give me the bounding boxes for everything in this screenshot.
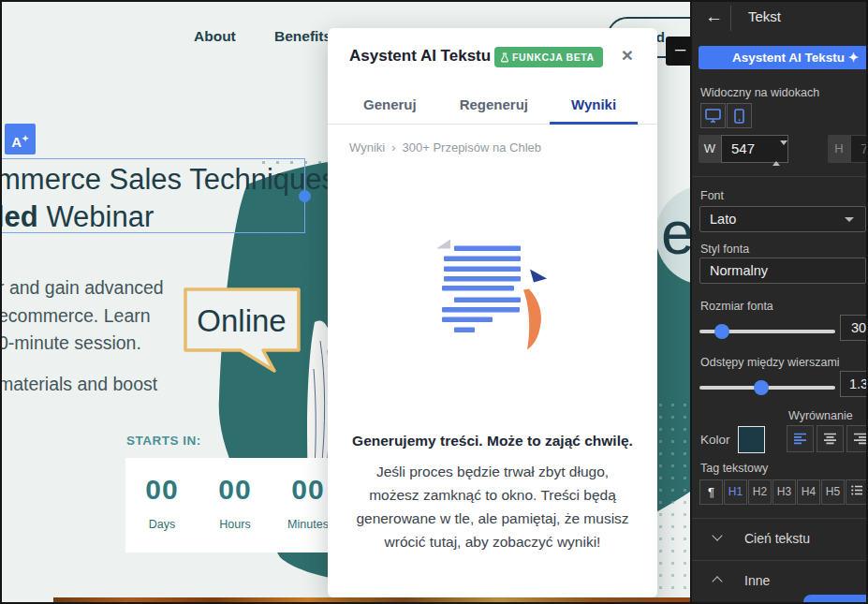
chevron-down-icon [712,530,722,540]
section-other-label: Inne [744,573,770,588]
color-label: Kolor [700,433,730,447]
ai-assistant-button-label: Asystent AI Tekstu [732,51,845,65]
width-label: W [699,135,721,163]
stepper-down-icon[interactable] [780,140,787,161]
tag-h3-button[interactable]: H3 [772,479,796,505]
tag-h4-button[interactable]: H4 [797,479,820,505]
countdown-days: 00 Days [125,474,199,552]
ai-letter-icon: A [11,134,22,150]
status-line: Jeśli proces będzie trwał zbyt długo, [328,460,657,483]
panel-title: Tekst [748,8,781,24]
back-arrow-icon[interactable]: ← [705,7,723,27]
online-speech-bubble: Online [183,287,302,376]
hero-heading-line2-bold: led [2,200,38,233]
line-spacing-slider-thumb[interactable] [754,380,769,395]
app-window: e About Benefits ad – A✦ mmerce Sales Te… [0,0,868,604]
line-spacing-label: Odstępy między wierszami [700,356,840,369]
font-style-label: Styl fonta [700,243,749,256]
font-size-slider[interactable] [699,330,835,333]
paragraph-line: 0-minute session. [2,330,164,358]
font-label: Font [700,189,724,202]
countdown-hours-value: 00 [199,474,272,506]
font-size-slider-thumb[interactable] [714,324,729,339]
list-icon [851,485,863,495]
countdown-days-value: 00 [125,474,199,506]
tag-list-button[interactable] [846,479,866,505]
beta-badge: FUNKCJA BETA [494,47,603,67]
width-input[interactable]: 547 [721,135,788,163]
visibility-label: Widoczny na widokach [700,86,819,99]
modal-title: Asystent AI Tekstu [349,47,491,66]
hero-heading-line2: led Webinar [2,199,336,236]
minimize-button[interactable]: – [666,37,690,66]
section-text-shadow-label: Cień tekstu [744,531,810,546]
width-value: 547 [731,140,755,156]
chevron-right-icon: › [391,140,395,155]
font-style-select[interactable]: Normalny [699,258,866,284]
sparkle-icon: ✦ [22,134,29,143]
header-divider [730,6,731,31]
align-left-icon [793,433,807,445]
ai-assistant-button[interactable]: Asystent AI Tekstu ✦ [699,46,866,69]
text-color-swatch[interactable] [738,426,765,453]
section-text-shadow[interactable]: Cień tekstu [692,519,866,560]
monitor-icon [705,109,721,123]
paragraph-line: materials and boost [2,371,164,399]
font-value: Lato [710,212,736,227]
hidden-button-edge[interactable] [803,595,866,602]
status-title: Generujemy treści. Może to zająć chwilę. [328,433,657,449]
nav-item-benefits[interactable]: Benefits [274,28,331,45]
bread-photo-strip [53,597,690,602]
status-line: generowane w tle, ale pamiętaj, że musis… [328,507,657,530]
font-select[interactable]: Lato [699,206,866,232]
width-stepper[interactable] [772,140,781,167]
document-generation-illustration [399,215,586,361]
countdown-hours: 00 Hours [199,474,272,552]
ai-assistant-modal: Asystent AI Tekstu FUNKCJA BETA × Generu… [328,28,657,597]
online-label: Online [197,303,286,338]
desktop-visibility-toggle[interactable] [700,103,726,128]
chevron-up-icon [712,576,722,586]
flask-icon [500,52,509,63]
partial-letter: e [661,199,690,268]
tag-h1-button[interactable]: H1 [724,479,747,505]
paragraph-line: r and gain advanced [2,274,164,302]
close-icon[interactable]: × [622,45,633,66]
tag-h2-button[interactable]: H2 [748,479,772,505]
align-right-icon [853,433,866,445]
ai-text-chip-button[interactable]: A✦ [5,124,36,155]
status-line: możesz zamknąć to okno. Treści będą [328,483,657,507]
dot-pattern [655,399,690,602]
nav-item-about[interactable]: About [194,28,236,45]
tag-h5-button[interactable]: H5 [821,479,845,505]
text-settings-panel: ← Tekst Asystent AI Tekstu ✦ Widoczny na… [692,2,866,602]
sparkle-icon: ✦ [848,51,859,65]
height-value: 78 [861,140,866,156]
hero-heading-line2-rest: Webinar [38,200,154,233]
hero-heading[interactable]: mmerce Sales Techniques led Webinar [2,161,336,236]
font-size-value[interactable]: 30 [840,315,866,341]
chevron-down-icon [845,217,854,222]
breadcrumb-current: 300+ Przepisów na Chleb [403,140,542,155]
tab-wyniki[interactable]: Wyniki [550,96,638,125]
stepper-up-icon[interactable] [772,145,780,166]
tab-generuj[interactable]: Generuj [342,96,438,125]
text-tag-label: Tag tekstowy [700,462,768,475]
align-right-button[interactable] [846,425,866,452]
countdown-hours-label: Hours [199,518,272,531]
line-spacing-value[interactable]: 1.3 [840,371,866,397]
countdown-days-label: Days [125,518,199,531]
hero-paragraph[interactable]: r and gain advanced ecommerce. Learn 0-m… [2,274,164,398]
line-spacing-slider[interactable] [699,386,835,390]
beta-badge-label: FUNKCJA BETA [512,52,595,63]
breadcrumb-root[interactable]: Wyniki [349,140,385,155]
breadcrumb: Wyniki›300+ Przepisów na Chleb [349,140,541,155]
align-center-button[interactable] [817,425,844,452]
modal-tabs: Generuj Regeneruj Wyniki [328,96,657,125]
tab-regeneruj[interactable]: Regeneruj [438,96,550,125]
mobile-visibility-toggle[interactable] [727,103,752,128]
align-left-button[interactable] [787,425,814,452]
hero-heading-line1: mmerce Sales Techniques [2,161,336,199]
tag-paragraph-button[interactable]: ¶ [699,479,723,505]
alignment-label: Wyrównanie [788,409,853,422]
